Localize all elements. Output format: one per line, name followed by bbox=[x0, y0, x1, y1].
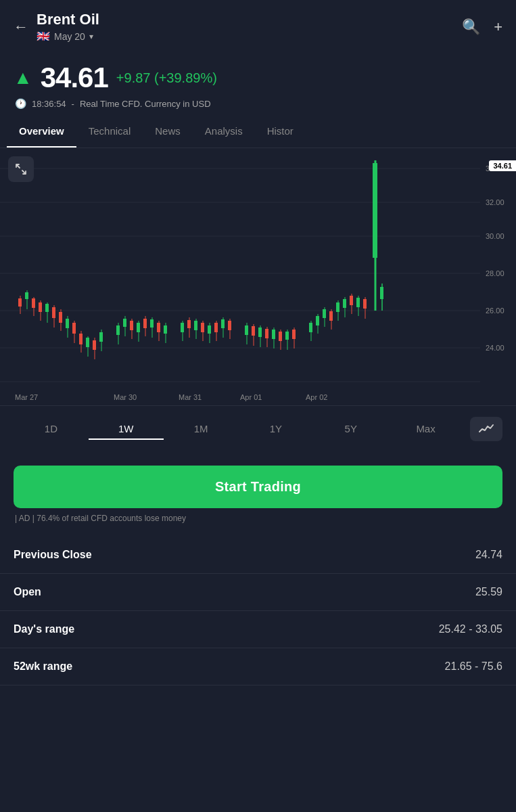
stats-section: Previous Close 24.74 Open 25.59 Day's ra… bbox=[0, 530, 516, 685]
svg-rect-76 bbox=[258, 328, 262, 337]
svg-rect-100 bbox=[350, 296, 353, 305]
tab-analysis[interactable]: Analysis bbox=[193, 116, 255, 148]
price-change: +9.87 (+39.89%) bbox=[116, 70, 217, 86]
price-timestamp: 18:36:54 bbox=[32, 99, 66, 109]
svg-rect-60 bbox=[194, 321, 197, 330]
svg-rect-78 bbox=[265, 329, 268, 338]
period-1w-button[interactable]: 1W bbox=[89, 419, 164, 440]
svg-rect-74 bbox=[252, 326, 255, 336]
dropdown-arrow-icon[interactable]: ▾ bbox=[89, 32, 93, 41]
svg-rect-44 bbox=[130, 321, 133, 330]
svg-rect-32 bbox=[79, 334, 83, 344]
period-1d-button[interactable]: 1D bbox=[14, 419, 89, 440]
svg-rect-98 bbox=[343, 299, 346, 308]
svg-text:24.00: 24.00 bbox=[486, 344, 505, 352]
trading-section: Start Trading | AD | 76.4% of retail CFD… bbox=[0, 452, 516, 530]
chart-type-button[interactable] bbox=[470, 417, 502, 441]
svg-rect-68 bbox=[221, 319, 225, 328]
tabs-bar: Overview Technical News Analysis Histor bbox=[0, 116, 516, 148]
tab-technical[interactable]: Technical bbox=[76, 116, 143, 148]
svg-rect-94 bbox=[329, 311, 333, 321]
price-up-arrow-icon: ▲ bbox=[14, 68, 32, 87]
tab-news[interactable]: News bbox=[143, 116, 193, 148]
svg-rect-18 bbox=[32, 298, 35, 308]
svg-rect-42 bbox=[123, 319, 126, 327]
clock-icon: 🕐 bbox=[15, 98, 26, 109]
svg-rect-26 bbox=[59, 312, 62, 323]
period-max-button[interactable]: Max bbox=[388, 419, 463, 440]
stat-value-previous-close: 24.74 bbox=[475, 549, 502, 561]
stat-label-previous-close: Previous Close bbox=[14, 549, 92, 561]
svg-rect-54 bbox=[164, 325, 167, 334]
svg-rect-88 bbox=[309, 323, 312, 332]
svg-text:Apr 01: Apr 01 bbox=[240, 393, 262, 401]
svg-rect-86 bbox=[292, 330, 296, 339]
stat-row-52wk-range: 52wk range 21.65 - 75.6 bbox=[0, 648, 516, 685]
asset-title: Brent Oil bbox=[37, 11, 99, 28]
stat-row-open: Open 25.59 bbox=[0, 574, 516, 611]
header-right: 🔍 + bbox=[462, 18, 502, 36]
svg-rect-16 bbox=[25, 292, 28, 299]
svg-rect-34 bbox=[86, 338, 89, 347]
tab-history[interactable]: Histor bbox=[255, 116, 306, 148]
period-5y-button[interactable]: 5Y bbox=[313, 419, 388, 440]
period-1m-button[interactable]: 1M bbox=[164, 419, 239, 440]
start-trading-button[interactable]: Start Trading bbox=[14, 466, 502, 508]
expand-chart-button[interactable] bbox=[8, 156, 34, 182]
svg-text:Mar 30: Mar 30 bbox=[114, 393, 137, 401]
svg-text:Mar 27: Mar 27 bbox=[15, 393, 38, 401]
svg-rect-46 bbox=[137, 323, 140, 332]
svg-rect-58 bbox=[187, 320, 191, 328]
back-button[interactable]: ← bbox=[14, 18, 28, 36]
svg-rect-48 bbox=[143, 319, 147, 328]
svg-text:28.00: 28.00 bbox=[486, 269, 505, 277]
stat-value-open: 25.59 bbox=[475, 586, 502, 598]
svg-text:Apr 02: Apr 02 bbox=[306, 393, 327, 401]
svg-rect-36 bbox=[93, 340, 96, 350]
svg-rect-82 bbox=[279, 332, 282, 341]
flag-icon: 🇬🇧 bbox=[37, 30, 50, 43]
svg-rect-14 bbox=[18, 298, 22, 307]
ad-disclaimer: | AD | 76.4% of retail CFD accounts lose… bbox=[14, 514, 502, 523]
svg-rect-40 bbox=[116, 325, 120, 335]
svg-rect-70 bbox=[228, 321, 231, 330]
chart-section: 34.61 34.00 32.00 30.00 28.00 26.00 24.0… bbox=[0, 148, 516, 405]
svg-text:32.00: 32.00 bbox=[486, 198, 505, 206]
tab-overview[interactable]: Overview bbox=[7, 116, 76, 148]
search-icon[interactable]: 🔍 bbox=[462, 18, 480, 36]
svg-text:26.00: 26.00 bbox=[486, 307, 505, 315]
price-meta: 🕐 18:36:54 - Real Time CFD. Currency in … bbox=[14, 98, 502, 109]
stat-value-days-range: 25.42 - 33.05 bbox=[439, 623, 502, 635]
chart-price-label: 34.61 bbox=[489, 160, 516, 171]
price-row: ▲ 34.61 +9.87 (+39.89%) bbox=[14, 62, 502, 94]
header-left: ← Brent Oil 🇬🇧 May 20 ▾ bbox=[14, 11, 99, 43]
stat-label-52wk-range: 52wk range bbox=[14, 660, 72, 673]
add-icon[interactable]: + bbox=[494, 18, 502, 36]
stat-row-previous-close: Previous Close 24.74 bbox=[0, 537, 516, 574]
svg-rect-104 bbox=[363, 299, 367, 309]
svg-rect-90 bbox=[316, 316, 319, 325]
svg-rect-92 bbox=[323, 309, 326, 318]
svg-rect-80 bbox=[272, 330, 275, 339]
header-title-group: Brent Oil 🇬🇧 May 20 ▾ bbox=[37, 11, 99, 43]
svg-rect-38 bbox=[99, 332, 103, 342]
price-meta-text: - bbox=[72, 99, 74, 109]
svg-text:30.00: 30.00 bbox=[486, 232, 505, 240]
time-periods-bar: 1D 1W 1M 1Y 5Y Max bbox=[0, 405, 516, 452]
period-1y-button[interactable]: 1Y bbox=[238, 419, 313, 440]
candlesticks bbox=[18, 160, 383, 359]
svg-rect-66 bbox=[214, 323, 218, 332]
svg-rect-64 bbox=[208, 325, 211, 334]
svg-rect-84 bbox=[285, 332, 289, 340]
stat-row-days-range: Day's range 25.42 - 33.05 bbox=[0, 611, 516, 648]
price-meta-description: Real Time CFD. Currency in USD bbox=[80, 99, 211, 109]
header-subtitle: 🇬🇧 May 20 ▾ bbox=[37, 30, 99, 43]
price-section: ▲ 34.61 +9.87 (+39.89%) 🕐 18:36:54 - Rea… bbox=[0, 51, 516, 116]
svg-rect-24 bbox=[52, 307, 55, 318]
price-chart[interactable]: 34.00 32.00 30.00 28.00 26.00 24.00 bbox=[0, 148, 516, 405]
svg-rect-52 bbox=[157, 323, 160, 332]
header: ← Brent Oil 🇬🇧 May 20 ▾ 🔍 + bbox=[0, 0, 516, 51]
subtitle-date: May 20 bbox=[54, 31, 85, 42]
stat-label-days-range: Day's range bbox=[14, 623, 74, 635]
svg-rect-30 bbox=[72, 323, 76, 334]
